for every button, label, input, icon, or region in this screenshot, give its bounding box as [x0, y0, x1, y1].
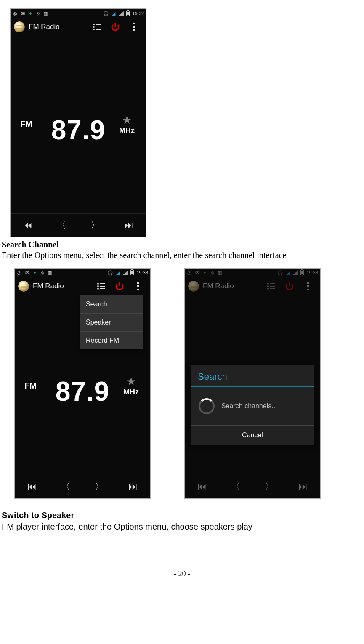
battery-icon	[126, 11, 130, 16]
page-number: - 20 -	[2, 569, 362, 578]
document-page: ◎ ✉ ✦ ⎋ ▥ 🎧 ◢ 19:32 FM Radio FM 87.9 ★ M…	[0, 3, 364, 595]
overflow-menu-button[interactable]	[301, 279, 315, 293]
next-channel-button[interactable]: 〉	[78, 214, 112, 237]
app-title: FM Radio	[29, 23, 60, 31]
svg-rect-3	[96, 27, 101, 27]
debug-icon: ▥	[217, 270, 222, 275]
prev-channel-button[interactable]: 〈	[49, 475, 82, 498]
menu-item-search[interactable]: Search	[80, 295, 143, 314]
radio-app-icon	[13, 21, 25, 33]
dialog-message: Search channels...	[221, 402, 277, 410]
channel-list-button[interactable]	[264, 279, 278, 293]
svg-rect-1	[96, 24, 101, 25]
svg-point-16	[267, 288, 269, 290]
frequency-value: 87.9	[51, 114, 106, 146]
svg-point-10	[97, 288, 99, 290]
signal-icon	[293, 271, 298, 275]
power-button[interactable]	[109, 20, 122, 34]
overflow-menu-button[interactable]	[131, 279, 145, 293]
skip-prev-button[interactable]: ⏮	[185, 475, 219, 498]
app-bar: FM Radio	[15, 277, 150, 295]
headphone-icon: 🎧	[104, 11, 109, 16]
skip-next-button[interactable]: ⏭	[286, 475, 320, 498]
sync-icon: ◎	[17, 270, 22, 275]
status-time: 19:33	[306, 270, 318, 275]
status-bar: ◎ ✉ ✦ ⎋ ▥ 🎧 ◢ 19:33	[15, 269, 150, 277]
svg-rect-11	[100, 288, 105, 289]
signal-icon	[123, 271, 128, 275]
favorite-star-icon[interactable]: ★	[122, 114, 132, 125]
playback-nav: ⏮ 〈 〉 ⏭	[11, 213, 146, 237]
usb-icon: ⎋	[210, 270, 215, 275]
menu-item-speaker[interactable]: Speaker	[80, 314, 143, 332]
usb-icon: ⎋	[40, 270, 45, 275]
screenshot-fm-radio-menu: ◎ ✉ ✦ ⎋ ▥ 🎧 ◢ 19:33 FM Radio FM 87.9 ★ M…	[14, 268, 151, 499]
signal-icon	[119, 11, 124, 16]
svg-rect-13	[270, 283, 275, 284]
google-icon: ✦	[28, 11, 33, 16]
band-label: FM	[24, 381, 37, 391]
overflow-menu-button[interactable]	[127, 20, 141, 34]
status-time: 19:32	[132, 11, 144, 16]
mail-icon: ✉	[20, 11, 25, 16]
channel-list-button[interactable]	[90, 20, 104, 34]
playback-nav: ⏮ 〈 〉 ⏭	[15, 475, 150, 498]
svg-point-0	[93, 24, 95, 25]
wifi-icon: ◢	[115, 270, 120, 275]
section-heading-speaker: Switch to Speaker	[2, 511, 362, 520]
options-menu: Search Speaker Record FM	[80, 295, 143, 349]
app-bar: FM Radio	[185, 277, 320, 295]
wifi-icon: ◢	[111, 11, 116, 16]
mail-icon: ✉	[24, 270, 29, 275]
radio-app-icon	[188, 280, 199, 292]
frequency-display: FM 87.9 ★ MHz	[15, 376, 150, 407]
dialog-cancel-button[interactable]: Cancel	[191, 425, 314, 445]
svg-point-14	[267, 285, 269, 287]
section-heading-search: Search Channel	[2, 240, 362, 250]
svg-point-12	[267, 283, 269, 285]
section-text-search: Enter the Options menu, select the searc…	[2, 250, 362, 260]
next-channel-button[interactable]: 〉	[82, 475, 116, 498]
power-button[interactable]	[283, 279, 296, 293]
status-time: 19:33	[136, 270, 148, 275]
svg-point-8	[97, 285, 99, 287]
prev-channel-button[interactable]: 〈	[219, 475, 252, 498]
screenshot-fm-radio-search-dialog: ◎ ✉ ✦ ⎋ ▥ 🎧 ◢ 19:33 FM Radio ⏮ 〈 〉 ⏭ Sea…	[184, 268, 321, 499]
google-icon: ✦	[32, 270, 37, 275]
frequency-unit: MHz	[119, 126, 135, 135]
svg-rect-9	[100, 286, 105, 287]
menu-item-record[interactable]: Record FM	[80, 332, 143, 349]
skip-next-button[interactable]: ⏭	[116, 475, 150, 498]
power-button[interactable]	[113, 279, 126, 293]
app-title: FM Radio	[203, 282, 234, 290]
next-channel-button[interactable]: 〉	[252, 475, 286, 498]
frequency-display: FM 87.9 ★ MHz	[11, 114, 146, 146]
channel-list-button[interactable]	[94, 279, 108, 293]
radio-app-icon	[18, 280, 29, 292]
screenshot-fm-radio-main: ◎ ✉ ✦ ⎋ ▥ 🎧 ◢ 19:32 FM Radio FM 87.9 ★ M…	[10, 8, 146, 237]
frequency-unit: MHz	[123, 388, 139, 397]
loading-spinner-icon	[199, 398, 215, 414]
debug-icon: ▥	[43, 11, 48, 16]
debug-icon: ▥	[47, 270, 52, 275]
search-dialog: Search Search channels... Cancel	[191, 365, 314, 445]
prev-channel-button[interactable]: 〈	[45, 214, 78, 237]
wifi-icon: ◢	[285, 270, 290, 275]
skip-prev-button[interactable]: ⏮	[15, 475, 49, 498]
app-bar: FM Radio	[11, 18, 146, 36]
status-bar: ◎ ✉ ✦ ⎋ ▥ 🎧 ◢ 19:33	[185, 269, 320, 277]
headphone-icon: 🎧	[278, 270, 283, 275]
battery-icon	[300, 270, 304, 275]
app-title: FM Radio	[33, 282, 64, 290]
skip-prev-button[interactable]: ⏮	[11, 214, 45, 237]
sync-icon: ◎	[13, 11, 18, 16]
band-label: FM	[20, 120, 32, 129]
usb-icon: ⎋	[35, 11, 40, 16]
favorite-star-icon[interactable]: ★	[126, 376, 136, 387]
dialog-title: Search	[191, 365, 314, 386]
mail-icon: ✉	[194, 270, 199, 275]
sync-icon: ◎	[187, 270, 192, 275]
svg-point-4	[93, 29, 95, 30]
skip-next-button[interactable]: ⏭	[112, 214, 146, 237]
svg-rect-7	[100, 283, 105, 284]
